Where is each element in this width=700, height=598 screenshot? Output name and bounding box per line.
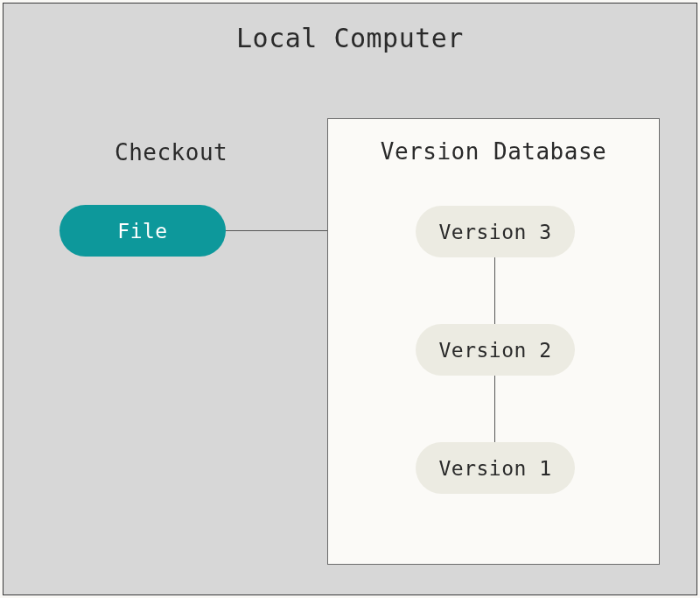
file-node-label: File bbox=[117, 220, 167, 243]
version-2-label: Version 2 bbox=[438, 339, 551, 362]
version-1-node: Version 1 bbox=[416, 442, 575, 494]
version-database-title: Version Database bbox=[328, 138, 659, 165]
version-3-label: Version 3 bbox=[438, 221, 551, 243]
local-computer-frame: Local Computer Checkout File Version Dat… bbox=[3, 3, 697, 595]
file-node: File bbox=[60, 205, 226, 257]
diagram-title: Local Computer bbox=[4, 23, 696, 53]
version-1-label: Version 1 bbox=[438, 457, 551, 480]
connector-v2-to-v1 bbox=[494, 376, 495, 442]
version-database-box: Version Database Version 3 Version 2 Ver… bbox=[327, 118, 660, 565]
version-2-node: Version 2 bbox=[416, 324, 575, 376]
checkout-section-label: Checkout bbox=[115, 139, 228, 165]
connector-v3-to-v2 bbox=[494, 257, 495, 324]
version-3-node: Version 3 bbox=[416, 206, 575, 257]
